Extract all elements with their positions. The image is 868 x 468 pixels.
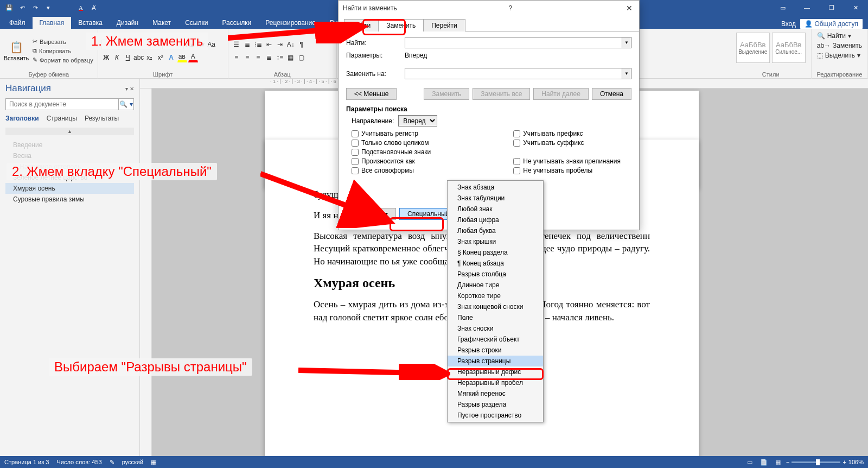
borders-icon[interactable]: ▢ [297,53,307,62]
outline-item[interactable]: Суровые правила зимы [5,194,134,205]
special-menu-item[interactable]: Разрыв строки [448,345,543,356]
special-menu-item[interactable]: Мягкий перенос [448,388,543,399]
tab-insert[interactable]: Вставка [71,17,110,29]
special-menu-item[interactable]: Знак сноски [448,323,543,334]
search-icon[interactable]: 🔍 ▾ [118,99,133,110]
less-button[interactable]: << Меньше [346,88,397,100]
shrink-font-icon[interactable]: A▾ [196,40,206,49]
select-button[interactable]: ⬚ Выделить ▾ [816,51,863,60]
special-menu-item[interactable]: Поле [448,312,543,323]
special-menu-item[interactable]: Знак крышки [448,236,543,247]
copy-button[interactable]: ⧉ Копировать [31,47,94,55]
maximize-icon[interactable]: ❐ [819,0,844,15]
justify-icon[interactable]: ≣ [264,53,274,62]
shading-icon[interactable]: ▦ [286,53,296,62]
chk-case[interactable]: Учитывать регистр [352,130,431,137]
bold-icon[interactable]: Ж [101,53,111,62]
undo-icon[interactable]: ↶ [17,3,27,12]
view-web-icon[interactable]: ▦ [772,457,784,467]
special-menu-item[interactable]: Любой знак [448,204,543,214]
ribbon-options-icon[interactable]: ▭ [770,0,795,15]
tab-design[interactable]: Дизайн [110,17,145,29]
status-macros-icon[interactable]: ▦ [151,459,156,466]
save-icon[interactable]: 💾 [4,3,14,12]
direction-select[interactable]: Вперед [398,115,437,127]
find-button[interactable]: 🔍 Найти ▾ [816,31,863,40]
tab-review[interactable]: Рецензирование [258,17,323,29]
zoom-out-icon[interactable]: − [786,459,789,465]
dialog-tab-replace[interactable]: Заменить [378,19,424,31]
outline-item[interactable]: Весна [5,150,134,161]
underline-icon[interactable]: Ч [123,53,133,62]
outline-item[interactable]: Наступила оттепель [5,161,134,172]
special-menu-item[interactable]: Знак концевой сноски [448,301,543,312]
chevron-down-icon[interactable]: ▼ [622,68,631,79]
status-page[interactable]: Страница 1 из 3 [4,459,49,465]
special-menu-item[interactable]: Разрыв раздела [448,399,543,410]
special-menu-item[interactable]: Неразрывный пробел [448,377,543,388]
nav-search[interactable]: 🔍 ▾ [5,98,134,110]
cut-button[interactable]: ✂ Вырезать [31,37,94,46]
format-button[interactable]: Формат ▾ [352,208,396,220]
find-input[interactable]: ▼ [405,37,631,48]
chk-sounds[interactable]: Произносится как [352,157,431,165]
highlight-icon[interactable]: aʙ [177,53,187,62]
align-right-icon[interactable]: ≡ [253,53,263,62]
special-menu-item[interactable]: Графический объект [448,334,543,345]
special-menu-item[interactable]: ¶ Конец абзаца [448,258,543,269]
close-icon[interactable]: ✕ [844,0,868,15]
italic-icon[interactable]: К [112,53,122,62]
align-left-icon[interactable]: ≡ [232,53,241,62]
superscript-icon[interactable]: x² [156,53,165,62]
status-spell-icon[interactable]: ✎ [110,459,114,466]
line-spacing-icon[interactable]: ↕≡ [275,53,285,62]
dialog-close-icon[interactable]: ✕ [624,4,635,12]
special-menu-item[interactable]: Любая цифра [448,214,543,225]
special-menu-item[interactable]: Разрыв столбца [448,269,543,280]
minimize-icon[interactable]: ― [795,0,819,15]
special-menu-item[interactable]: Пустое пространство [448,410,543,421]
font-color-icon[interactable]: A [76,3,86,12]
grow-font-icon[interactable]: A▴ [185,40,195,49]
chk-suffix[interactable]: Учитывать суффикс [513,139,621,147]
dialog-tab-find[interactable]: Найти [344,19,379,31]
share-button[interactable]: 👤 Общий доступ [800,19,863,29]
zoom-slider[interactable] [792,461,840,463]
tab-references[interactable]: Ссылки [178,17,215,29]
chk-whole[interactable]: Только слово целиком [352,139,431,147]
nav-search-input[interactable] [6,99,118,110]
change-case-icon[interactable]: Aa [207,40,216,49]
status-words[interactable]: Число слов: 453 [56,459,101,465]
tab-mailings[interactable]: Рассылки [215,17,258,29]
outline-item-selected[interactable]: Хмурая осень [5,183,134,194]
cancel-button[interactable]: Отмена [592,88,631,100]
special-menu-item[interactable]: Разрыв страницы [448,356,543,366]
format-painter-button[interactable]: ✎ Формат по образцу [31,56,94,64]
dialog-help-icon[interactable]: ? [505,4,517,12]
view-read-icon[interactable]: ▭ [744,457,756,467]
numbering-icon[interactable]: ≣ [242,40,252,49]
bullets-icon[interactable]: ☰ [232,40,241,49]
chk-wildcard[interactable]: Подстановочные знаки [352,148,431,156]
font-name-box[interactable] [101,40,161,49]
chk-prefix[interactable]: Учитывать префикс [513,130,621,137]
text-effect-icon[interactable]: A [167,53,176,62]
style-box-2[interactable]: АаБбВвСильное... [772,33,806,63]
replace-one-button[interactable]: Заменить [424,88,469,100]
align-center-icon[interactable]: ≡ [242,53,252,62]
multilevel-icon[interactable]: ⁝≣ [253,40,263,49]
outline-item[interactable]: Введение [5,140,134,150]
chk-forms[interactable]: Все словоформы [352,167,431,174]
tab-layout[interactable]: Макет [145,17,178,29]
chevron-down-icon[interactable]: ▼ [622,37,631,48]
replace-input[interactable]: ▼ [405,68,631,79]
sort-icon[interactable]: A↓ [286,40,296,49]
subscript-icon[interactable]: x₂ [145,53,155,62]
font-size-box[interactable] [162,40,184,49]
special-menu-item[interactable]: Неразрывный дефис [448,366,543,377]
special-menu-item[interactable]: Длинное тире [448,280,543,290]
nav-collapse-bar[interactable]: ▲ [5,128,134,135]
indent-dec-icon[interactable]: ⇤ [264,40,274,49]
nav-tab-headings[interactable]: Заголовки [5,115,39,122]
nav-tab-pages[interactable]: Страницы [47,115,77,122]
